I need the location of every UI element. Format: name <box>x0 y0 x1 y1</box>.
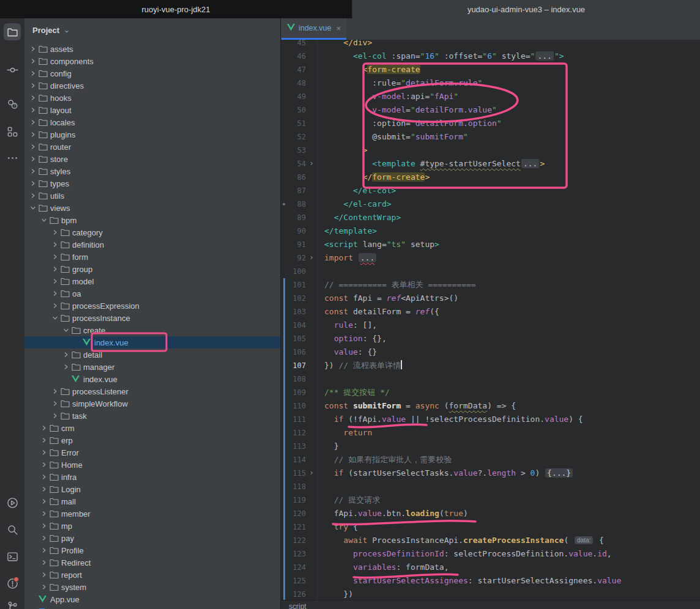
code-line-124[interactable]: 124 variables: formData, <box>281 561 700 574</box>
tree-item-oa[interactable]: oa <box>24 287 280 300</box>
chevron-right-icon[interactable] <box>28 45 39 53</box>
close-icon[interactable]: × <box>337 24 341 32</box>
chevron-down-icon[interactable] <box>39 216 50 224</box>
window-title-background-active[interactable]: yudao-ui-admin-vue3 – index.vue <box>352 0 700 18</box>
code-line-121[interactable]: 121 try { <box>281 520 700 534</box>
chevron-right-icon[interactable] <box>39 522 50 530</box>
code-line-54[interactable]: 54› <template #type-startUserSelect...> <box>281 157 700 171</box>
tree-item-App.vue[interactable]: App.vue <box>24 593 280 605</box>
code-line-126[interactable]: 126 }) <box>281 588 700 600</box>
code-line-100[interactable]: 100 <box>281 265 700 278</box>
chevron-right-icon[interactable] <box>50 265 61 273</box>
chevron-right-icon[interactable] <box>50 400 61 407</box>
tree-item-index.vue[interactable]: index.vue <box>24 336 280 349</box>
run-icon[interactable] <box>4 494 21 511</box>
chevron-right-icon[interactable] <box>28 119 39 126</box>
chevron-right-icon[interactable] <box>50 241 61 248</box>
terminal-icon[interactable] <box>4 548 21 565</box>
code-line-125[interactable]: 125 startUserSelectAssignees: startUserS… <box>281 574 700 588</box>
more-icon[interactable] <box>4 149 21 166</box>
code-line-88[interactable]: 88 </el-card> <box>281 197 700 211</box>
chevron-right-icon[interactable] <box>28 180 39 187</box>
tree-item-index.vue[interactable]: index.vue <box>24 373 280 385</box>
tab-index-vue[interactable]: index.vue × <box>281 18 346 40</box>
code-line-102[interactable]: 102const fApi = ref<ApiAttrs>() <box>281 292 700 305</box>
chevron-right-icon[interactable] <box>28 192 39 199</box>
chevron-right-icon[interactable] <box>61 363 72 371</box>
tree-item-form[interactable]: form <box>24 251 280 263</box>
tree-item-router[interactable]: router <box>24 141 280 153</box>
code-line-113[interactable]: 113 } <box>281 440 700 453</box>
tree-item-styles[interactable]: styles <box>24 165 280 177</box>
code-area[interactable]: 45 </div>46 <el-col :span="16" :offset="… <box>281 40 700 600</box>
tree-item-mp[interactable]: mp <box>24 520 280 532</box>
code-line-101[interactable]: 101// ========== 表单相关 ========== <box>281 278 700 292</box>
pull-requests-icon[interactable]: ? <box>4 95 21 113</box>
chevron-right-icon[interactable] <box>28 82 39 89</box>
code-line-48[interactable]: 48 :rule="detailForm.rule" <box>281 76 700 90</box>
chevron-down-icon[interactable] <box>28 204 39 212</box>
project-panel-header[interactable]: Project ⌄ <box>24 18 280 42</box>
chevron-right-icon[interactable] <box>28 106 39 114</box>
tree-item-processListener[interactable]: processListener <box>24 385 280 397</box>
code-line-86[interactable]: 86 </form-create> <box>281 171 700 184</box>
project-icon[interactable] <box>4 23 21 40</box>
tree-item-create[interactable]: create <box>24 324 280 336</box>
code-line-108[interactable]: 108 <box>281 372 700 386</box>
breadcrumb[interactable]: script <box>281 600 700 609</box>
code-line-47[interactable]: 47 <form-create <box>281 63 700 76</box>
code-line-53[interactable]: 53 > <box>281 144 700 157</box>
tree-item-report[interactable]: report <box>24 569 280 581</box>
chevron-right-icon[interactable] <box>28 143 39 150</box>
problems-icon[interactable] <box>4 575 21 592</box>
chevron-right-icon[interactable] <box>39 424 50 432</box>
tree-item-manager[interactable]: manager <box>24 361 280 373</box>
breadcrumb-script[interactable]: script <box>289 602 307 609</box>
code-line-114[interactable]: 114 // 如果有指定审批人，需要校验 <box>281 453 700 467</box>
chevron-right-icon[interactable] <box>39 583 50 591</box>
tree-item-plugins[interactable]: plugins <box>24 128 280 141</box>
tree-item-Error[interactable]: Error <box>24 446 280 459</box>
tree-item-definition[interactable]: definition <box>24 238 280 251</box>
chevron-right-icon[interactable] <box>39 534 50 542</box>
tree-item-erp[interactable]: erp <box>24 434 280 446</box>
chevron-right-icon[interactable] <box>61 351 72 358</box>
tree-item-simpleWorkflow[interactable]: simpleWorkflow <box>24 397 280 410</box>
code-line-92[interactable]: 92›import ... <box>281 251 700 265</box>
code-line-120[interactable]: 120 fApi.value.btn.loading(true) <box>281 507 700 520</box>
chevron-right-icon[interactable] <box>39 559 50 566</box>
tree-item-clipped[interactable] <box>24 605 280 609</box>
tree-item-utils[interactable]: utils <box>24 190 280 202</box>
code-line-106[interactable]: 106 value: {} <box>281 345 700 359</box>
code-line-123[interactable]: 123 processDefinitionId: selectProcessDe… <box>281 547 700 561</box>
code-line-107[interactable]: 107}) // 流程表单详情 <box>281 359 700 372</box>
chevron-right-icon[interactable] <box>39 473 50 481</box>
code-line-119[interactable]: 119 // 提交请求 <box>281 493 700 507</box>
tree-item-layout[interactable]: layout <box>24 104 280 116</box>
chevron-right-icon[interactable] <box>50 412 61 419</box>
chevron-right-icon[interactable] <box>39 510 50 517</box>
chevron-right-icon[interactable] <box>50 229 61 236</box>
chevron-right-icon[interactable] <box>28 168 39 175</box>
chevron-right-icon[interactable] <box>39 461 50 468</box>
chevron-right-icon[interactable] <box>39 485 50 493</box>
tree-item-model[interactable]: model <box>24 275 280 287</box>
tree-item-mall[interactable]: mall <box>24 495 280 508</box>
chevron-right-icon[interactable] <box>28 155 39 163</box>
code-line-50[interactable]: 50 v-model="detailForm.value" <box>281 103 700 117</box>
fold-arrow-icon[interactable]: › <box>306 251 317 265</box>
tree-item-bpm[interactable]: bpm <box>24 214 280 226</box>
chevron-right-icon[interactable] <box>50 388 61 395</box>
tree-item-locales[interactable]: locales <box>24 116 280 128</box>
chevron-right-icon[interactable] <box>28 57 39 65</box>
chevron-down-icon[interactable] <box>61 327 72 334</box>
chevron-right-icon[interactable] <box>50 278 61 285</box>
tree-item-config[interactable]: config <box>24 67 280 79</box>
tree-item-hooks[interactable]: hooks <box>24 92 280 104</box>
code-line-105[interactable]: 105 option: {}, <box>281 332 700 345</box>
tree-item-views[interactable]: views <box>24 202 280 214</box>
tree-item-Login[interactable]: Login <box>24 483 280 495</box>
tree-item-group[interactable]: group <box>24 263 280 275</box>
code-line-115[interactable]: 115› if (startUserSelectTasks.value?.len… <box>281 467 700 480</box>
code-line-110[interactable]: 110const submitForm = async (formData) =… <box>281 399 700 413</box>
